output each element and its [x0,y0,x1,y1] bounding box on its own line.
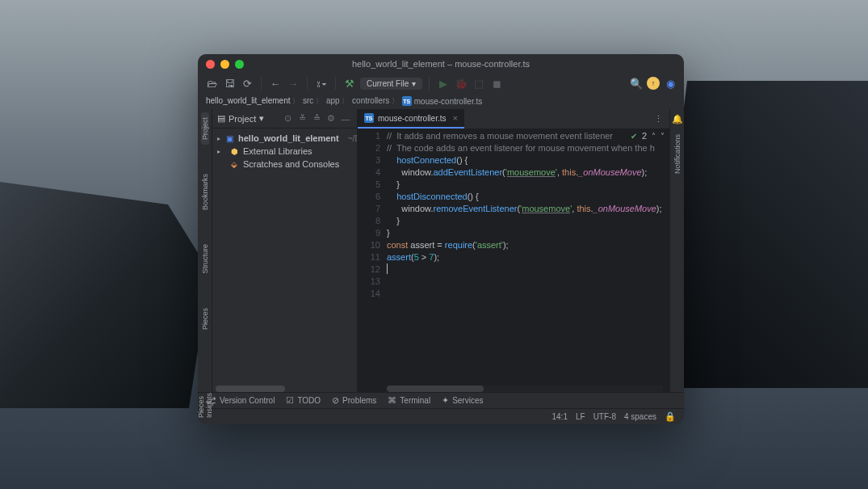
tool-pieces-insights[interactable]: Pieces Insights [197,388,213,423]
save-icon[interactable]: 🖫 [222,76,237,91]
tree-scratches[interactable]: ⬙ Scratches and Consoles [212,158,357,171]
breadcrumb-item[interactable]: controllers [352,96,399,107]
tool-bookmarks[interactable]: Bookmarks [201,169,209,215]
tree-external-libs[interactable]: ▸⬢ External Libraries [212,145,357,158]
window-title: hello_world_lit_element – mouse-controll… [198,59,684,69]
run-config[interactable]: Current File ▾ [360,78,422,90]
editor: TS mouse-controller.ts × ⋮ 1234567891011… [358,109,669,392]
people-icon[interactable]: ⩆▾ [314,76,329,91]
left-tool-gutter: Project Bookmarks Structure Pieces Piece… [198,109,212,392]
inspection-count: 2 [642,130,647,142]
tool-services[interactable]: ✦Services [442,395,483,406]
inspection-widget[interactable]: ✔ 2 ˄ ˅ [631,130,665,142]
next-highlight-icon[interactable]: ˅ [660,130,665,142]
tool-pieces[interactable]: Pieces [201,303,209,335]
search-icon[interactable]: 🔍 [629,76,644,91]
coverage-icon[interactable]: ⬚ [472,76,486,91]
project-scrollbar[interactable] [216,386,354,392]
minimize-button[interactable] [220,60,229,69]
project-tree: ▸▣ hello_world_lit_element ~/Develop... … [212,129,357,174]
editor-tab[interactable]: TS mouse-controller.ts × [358,109,464,129]
expand-icon[interactable]: ≚ [296,112,308,125]
cursor-position[interactable]: 14:1 [551,412,567,421]
code-area[interactable]: 1234567891011121314 // It adds and remov… [358,129,669,392]
tab-menu-icon[interactable]: ⋮ [648,109,669,129]
indent-setting[interactable]: 4 spaces [624,412,656,421]
stop-icon[interactable]: ◼ [489,76,504,91]
tool-version-control[interactable]: ⎇Version Control [206,395,275,406]
line-separator[interactable]: LF [576,412,585,421]
tool-todo[interactable]: ☑TODO [286,395,321,406]
tool-notifications[interactable]: Notifications [673,129,681,179]
line-gutter: 1234567891011121314 [358,129,387,392]
tab-label: mouse-controller.ts [378,114,446,123]
close-button[interactable] [206,60,215,69]
tool-terminal[interactable]: ⌘Terminal [388,395,430,406]
breadcrumb-item[interactable]: src [303,96,323,107]
ide-window: hello_world_lit_element – mouse-controll… [198,54,684,424]
bottom-toolbar: ⎇Version Control ☑TODO ⊘Problems ⌘Termin… [198,392,684,408]
tool-project[interactable]: Project [201,112,209,145]
project-panel-title[interactable]: ▤ Project ▾ [217,113,264,124]
close-tab-icon[interactable]: × [452,113,457,123]
avatar-icon[interactable]: ◉ [663,76,677,91]
file-encoding[interactable]: UTF-8 [593,412,616,421]
zoom-button[interactable] [235,60,244,69]
breadcrumb-item[interactable]: hello_world_lit_element [206,96,300,107]
typescript-icon: TS [364,113,374,123]
collapse-icon[interactable]: ≙ [310,112,323,125]
forward-icon[interactable]: → [286,76,300,91]
build-icon[interactable]: ⚒ [342,76,357,91]
main-toolbar: 🗁 🖫 ⟳ ← → ⩆▾ ⚒ Current File ▾ ▶ 🐞 ⬚ ◼ 🔍 … [198,74,684,93]
editor-scrollbar[interactable] [387,386,663,392]
window-controls [206,60,244,69]
tool-structure[interactable]: Structure [201,239,209,279]
tool-problems[interactable]: ⊘Problems [332,395,376,406]
settings-icon[interactable]: ⚙ [325,112,338,125]
titlebar: hello_world_lit_element – mouse-controll… [198,54,684,74]
project-panel: ▤ Project ▾ ⊙ ≚ ≙ ⚙ — ▸▣ hello_world_lit… [212,109,358,392]
status-bar: 14:1 LF UTF-8 4 spaces 🔒 [198,408,684,424]
run-icon[interactable]: ▶ [436,76,451,91]
hide-panel-icon[interactable]: — [339,112,352,125]
back-icon[interactable]: ← [268,76,283,91]
updates-badge[interactable]: ↑ [647,77,660,90]
code-content[interactable]: // It adds and removes a mouse movement … [387,129,669,392]
check-icon: ✔ [631,130,637,142]
breadcrumb: hello_world_lit_element src app controll… [198,93,684,109]
right-tool-gutter: 🔔 Notifications [669,109,684,392]
readonly-lock-icon[interactable]: 🔒 [665,411,676,422]
editor-tabs: TS mouse-controller.ts × ⋮ [358,109,669,129]
breadcrumb-item[interactable]: TSmouse-controller.ts [402,96,482,106]
prev-highlight-icon[interactable]: ˄ [652,130,656,142]
breadcrumb-item[interactable]: app [326,96,349,107]
select-opened-icon[interactable]: ⊙ [281,112,294,125]
open-icon[interactable]: 🗁 [204,76,219,91]
tree-root[interactable]: ▸▣ hello_world_lit_element ~/Develop... [212,132,357,145]
wallpaper-rocks [0,182,210,408]
sync-icon[interactable]: ⟳ [240,76,254,91]
notifications-icon[interactable]: 🔔 [672,114,683,124]
debug-icon[interactable]: 🐞 [454,76,468,91]
